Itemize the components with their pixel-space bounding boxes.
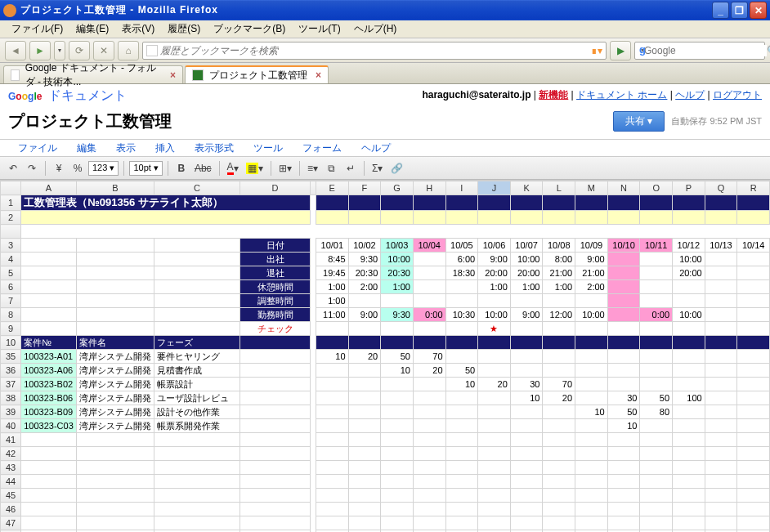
row-label-date[interactable]: 日付 <box>240 239 311 253</box>
col-header-I[interactable]: I <box>445 181 478 195</box>
search-go-icon[interactable]: 🔍 <box>767 45 770 56</box>
cell[interactable] <box>737 253 770 266</box>
cell[interactable] <box>381 433 414 447</box>
cell[interactable] <box>640 516 673 530</box>
cell[interactable] <box>705 447 737 461</box>
cell[interactable] <box>640 253 673 266</box>
date-header[interactable]: 10/05 <box>445 239 478 253</box>
check-cell[interactable] <box>381 322 414 336</box>
check-cell[interactable] <box>640 322 673 336</box>
cell[interactable]: 10:00 <box>575 308 608 322</box>
cell[interactable] <box>737 489 770 503</box>
row-label-break[interactable]: 休憩時間 <box>240 280 311 294</box>
reload-button[interactable]: ⟳ <box>69 41 90 60</box>
browser-tab-1[interactable]: Google ドキュメント - フォルダ - 技術本... × <box>3 65 183 83</box>
url-bar[interactable]: ∎▾ <box>142 42 607 60</box>
col-header-C[interactable]: C <box>154 181 240 195</box>
title-cell[interactable]: 工数管理表（№091356 サテライト太郎） <box>21 195 311 211</box>
cell[interactable] <box>705 211 737 225</box>
cell[interactable] <box>737 308 770 322</box>
cell[interactable] <box>76 280 154 294</box>
sheets-menu-file[interactable]: ファイル <box>8 140 67 157</box>
sheets-menu-view[interactable]: 表示 <box>106 140 145 157</box>
cell[interactable] <box>673 447 705 461</box>
cell[interactable]: 12:00 <box>543 308 575 322</box>
cell[interactable] <box>348 489 381 503</box>
cell[interactable] <box>76 266 154 280</box>
cell[interactable] <box>76 489 154 503</box>
cell[interactable] <box>607 308 640 322</box>
date-header[interactable]: 10/14 <box>737 239 770 253</box>
cell[interactable] <box>348 378 381 391</box>
url-input[interactable] <box>160 45 591 56</box>
case-phase[interactable]: 帳票設計 <box>154 378 240 391</box>
cell[interactable] <box>478 391 511 405</box>
date-header[interactable]: 10/01 <box>316 239 348 253</box>
cell[interactable] <box>607 461 640 475</box>
cell[interactable] <box>154 322 240 336</box>
case-name[interactable]: 湾岸システム開発 <box>76 378 154 391</box>
cell[interactable] <box>478 516 511 530</box>
cell[interactable] <box>154 266 240 280</box>
cell[interactable] <box>543 211 575 225</box>
cell[interactable] <box>640 503 673 516</box>
check-cell[interactable] <box>510 322 543 336</box>
row-header-1[interactable]: 1 <box>1 195 21 211</box>
cell[interactable] <box>575 419 608 433</box>
cell[interactable] <box>240 475 311 489</box>
date-header[interactable]: 10/10 <box>607 239 640 253</box>
cell[interactable]: 100 <box>673 391 705 405</box>
cell[interactable] <box>510 195 543 211</box>
cell[interactable] <box>154 280 240 294</box>
cell[interactable] <box>543 405 575 419</box>
col-header-L[interactable]: L <box>543 181 575 195</box>
spreadsheet-grid[interactable]: ABCDEFGHIJKLMNOPQR1工数管理表（№091356 サテライト太郎… <box>0 181 770 532</box>
cell[interactable] <box>154 503 240 516</box>
col-header-H[interactable]: H <box>413 181 445 195</box>
date-header[interactable]: 10/07 <box>510 239 543 253</box>
cell[interactable] <box>445 503 478 516</box>
ff-menu-tools[interactable]: ツール(T) <box>292 20 347 38</box>
cell[interactable] <box>445 433 478 447</box>
cell[interactable] <box>673 294 705 308</box>
document-title[interactable]: プロジェクト工数管理 <box>8 110 172 132</box>
cell[interactable] <box>445 195 478 211</box>
case-phase[interactable]: ユーザ設計レビュ <box>154 391 240 405</box>
sheets-menu-form[interactable]: フォーム <box>293 140 351 157</box>
cell[interactable] <box>478 489 511 503</box>
cell[interactable] <box>348 211 381 225</box>
row-header-6[interactable]: 6 <box>1 280 21 294</box>
cell[interactable] <box>607 489 640 503</box>
cell[interactable] <box>510 294 543 308</box>
cell[interactable] <box>76 239 154 253</box>
cell[interactable]: 20 <box>543 391 575 405</box>
cell[interactable] <box>543 447 575 461</box>
cell[interactable]: 10 <box>381 364 414 378</box>
case-id[interactable]: 100323-A06 <box>21 364 77 378</box>
cell[interactable] <box>76 516 154 530</box>
cell[interactable] <box>154 516 240 530</box>
cell[interactable]: 10:00 <box>478 308 511 322</box>
cell[interactable] <box>737 447 770 461</box>
cell[interactable]: 1:00 <box>478 280 511 294</box>
cell[interactable]: 50 <box>607 405 640 419</box>
row-header-45[interactable]: 45 <box>1 489 21 503</box>
sheets-menu-insert[interactable]: 挿入 <box>145 140 185 157</box>
cell[interactable] <box>154 475 240 489</box>
feed-icon[interactable]: ∎▾ <box>591 45 602 56</box>
cell[interactable]: 1:00 <box>510 280 543 294</box>
cell[interactable] <box>737 405 770 419</box>
cell[interactable] <box>316 516 348 530</box>
cell[interactable] <box>543 419 575 433</box>
cell[interactable] <box>240 516 311 530</box>
cell[interactable] <box>348 461 381 475</box>
cell[interactable] <box>21 489 77 503</box>
cell[interactable] <box>737 503 770 516</box>
cell[interactable] <box>543 461 575 475</box>
cell[interactable]: 10 <box>510 391 543 405</box>
case-phase[interactable]: 見積書作成 <box>154 364 240 378</box>
cell[interactable] <box>76 503 154 516</box>
cell[interactable]: 10:30 <box>445 308 478 322</box>
cell[interactable] <box>381 336 414 350</box>
cell[interactable] <box>445 475 478 489</box>
